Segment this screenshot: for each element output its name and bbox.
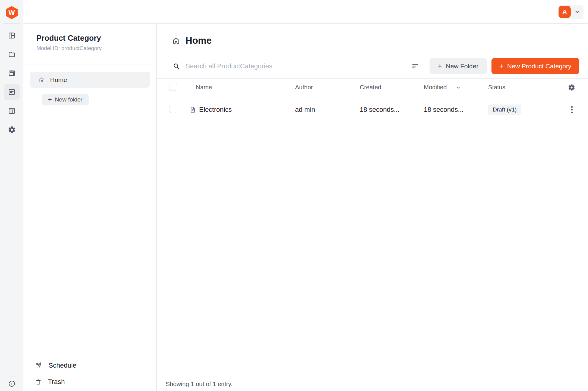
avatar: A (559, 6, 571, 18)
info-icon (8, 380, 15, 387)
column-header-status[interactable]: Status (488, 84, 564, 91)
breadcrumb: Home (172, 35, 588, 47)
schedule-label: Schedule (49, 362, 76, 369)
layout-icon (8, 32, 16, 39)
select-all-checkbox[interactable] (169, 83, 177, 91)
plus-icon: + (48, 96, 52, 103)
entry-name[interactable]: Electronics (199, 106, 232, 114)
entry-author: ad min (295, 106, 360, 114)
sidebar-item-home[interactable]: Home (30, 72, 150, 88)
new-product-category-button[interactable]: + New Product Category (491, 58, 579, 74)
entry-count: Showing 1 out of 1 entry. (166, 381, 233, 388)
row-actions-kebab-button[interactable] (567, 103, 577, 116)
table-footer: Showing 1 out of 1 entry. (157, 377, 588, 391)
row-checkbox[interactable] (169, 105, 177, 113)
table-icon (8, 107, 16, 115)
rail-item-page-builder[interactable] (4, 65, 20, 81)
sidebar-new-folder-button[interactable]: + New folder (42, 94, 89, 105)
column-header-author[interactable]: Author (295, 84, 360, 91)
column-header-created[interactable]: Created (360, 84, 424, 91)
folder-icon (8, 50, 16, 58)
search-input[interactable] (185, 62, 410, 70)
document-icon (189, 106, 196, 113)
rail-item-settings[interactable] (4, 122, 20, 138)
rail-item-tables[interactable] (4, 103, 20, 119)
model-sidebar: Product Category Model ID: productCatego… (23, 24, 157, 391)
model-header: Product Category Model ID: productCatego… (23, 24, 156, 64)
column-header-name[interactable]: Name (189, 84, 295, 91)
modified-label: Modified (424, 84, 447, 91)
icon-rail: W (0, 0, 23, 391)
model-title: Product Category (36, 34, 143, 43)
broadcast-antenna-icon (35, 362, 42, 369)
home-icon (172, 36, 180, 45)
main-content: Home + New Folder + New Product Category (157, 24, 588, 391)
new-folder-button-label: New Folder (446, 63, 478, 70)
page-title: Home (185, 35, 212, 46)
sidebar-item-label: Home (50, 76, 67, 84)
plus-icon: + (499, 63, 503, 70)
table-header: Name Author Created Modified Status (157, 79, 588, 96)
rail-divider (4, 23, 20, 24)
rail-item-dashboard[interactable] (4, 27, 20, 44)
account-menu[interactable]: A (558, 5, 583, 19)
search-icon (173, 63, 180, 70)
new-folder-label: New folder (55, 96, 83, 103)
entry-modified: 18 seconds... (424, 106, 488, 114)
chevron-down-icon (572, 9, 583, 15)
model-id: Model ID: productCategory (36, 45, 143, 52)
avatar-letter: A (562, 8, 567, 15)
sidebar-item-schedule[interactable]: Schedule (35, 357, 156, 374)
table-settings-button[interactable] (566, 82, 577, 93)
table-row[interactable]: Electronics ad min 18 seconds... 18 seco… (157, 96, 588, 123)
trash-label: Trash (48, 378, 65, 386)
sidebar-item-trash[interactable]: Trash (35, 374, 156, 390)
rail-item-about[interactable] (4, 376, 20, 391)
column-header-modified[interactable]: Modified (424, 84, 488, 91)
webiny-logo[interactable]: W (6, 6, 18, 19)
cms-document-icon (8, 88, 16, 96)
toolbar: + New Folder + New Product Category (157, 54, 588, 79)
plus-icon: + (438, 63, 442, 70)
browser-window-icon (8, 69, 16, 77)
new-product-category-label: New Product Category (507, 63, 571, 70)
sort-chevron-down-icon (456, 85, 461, 90)
home-icon (39, 77, 45, 83)
filter-button[interactable] (410, 61, 420, 71)
rail-item-headless-cms[interactable] (4, 84, 20, 100)
rail-item-file-manager[interactable] (4, 46, 20, 63)
status-badge: Draft (v1) (488, 105, 521, 115)
entry-created: 18 seconds... (360, 106, 424, 114)
top-bar: A (23, 0, 588, 24)
new-folder-button[interactable]: + New Folder (430, 58, 487, 74)
gear-icon (8, 126, 16, 134)
trash-icon (35, 379, 42, 386)
logo-letter: W (8, 9, 15, 17)
